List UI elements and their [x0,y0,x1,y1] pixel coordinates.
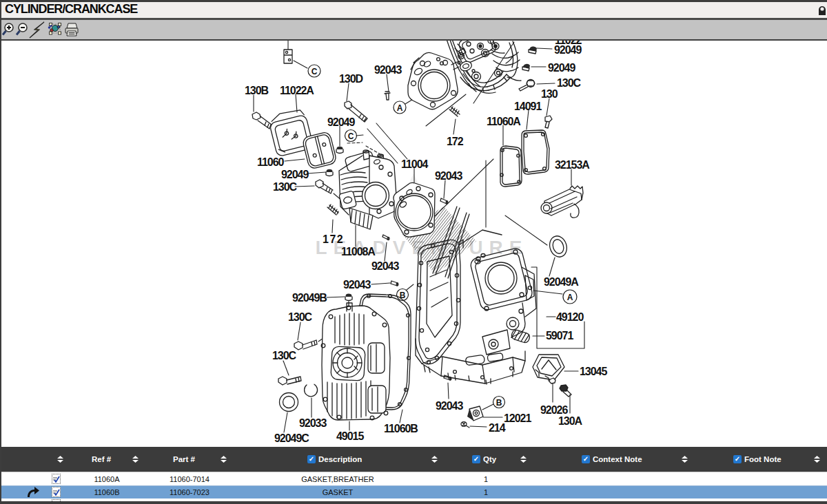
svg-text:14091: 14091 [514,101,542,112]
svg-text:92043: 92043 [436,400,463,412]
svg-text:11022A: 11022A [280,85,314,96]
svg-text:49015: 49015 [336,430,364,442]
svg-text:11060A: 11060A [487,116,521,127]
svg-text:130B: 130B [245,85,269,96]
svg-text:130: 130 [541,88,558,100]
svg-text:214: 214 [489,422,506,434]
svg-text:172: 172 [323,233,344,245]
svg-text:172: 172 [447,136,464,147]
svg-text:11004: 11004 [401,158,429,170]
svg-text:92043: 92043 [343,279,371,291]
svg-text:49120: 49120 [556,311,584,323]
svg-text:92049B: 92049B [292,292,327,304]
svg-text:92043: 92043 [435,170,462,182]
svg-text:C: C [312,67,318,76]
svg-text:92049C: 92049C [274,432,309,444]
svg-text:92043: 92043 [371,260,399,272]
svg-text:92049: 92049 [281,169,309,180]
svg-text:13045: 13045 [580,366,607,377]
svg-text:130C: 130C [557,77,582,89]
svg-text:A: A [567,293,573,302]
svg-text:32153A: 32153A [555,159,590,171]
svg-text:B: B [496,398,502,408]
svg-text:92049A: 92049A [544,276,579,288]
svg-text:C: C [348,132,354,141]
svg-text:11060B: 11060B [384,423,418,434]
svg-text:92043: 92043 [374,64,402,76]
svg-text:A: A [397,103,403,113]
svg-text:130C: 130C [273,181,298,193]
svg-text:59071: 59071 [546,330,573,342]
svg-text:92033: 92033 [299,417,327,429]
svg-text:130C: 130C [288,311,313,323]
svg-text:12021: 12021 [504,412,531,424]
svg-text:11060: 11060 [257,156,285,168]
svg-text:130D: 130D [339,73,363,85]
svg-text:11008A: 11008A [341,246,376,258]
svg-text:B: B [400,291,406,300]
svg-text:92049: 92049 [548,62,575,74]
svg-text:92049: 92049 [327,116,355,128]
svg-text:130C: 130C [272,350,297,361]
svg-text:130A: 130A [558,415,583,427]
svg-text:92026: 92026 [540,404,568,416]
